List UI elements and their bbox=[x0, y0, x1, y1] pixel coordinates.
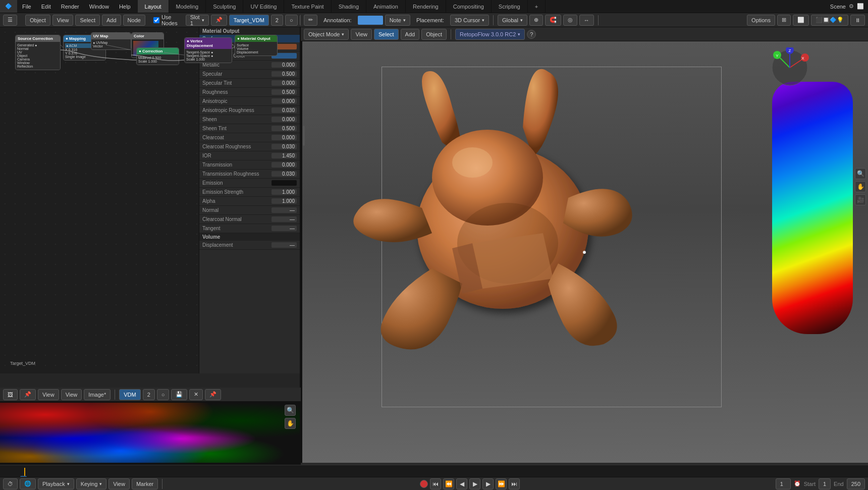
node-canvas[interactable]: Material Output Surface SubSurface Color… bbox=[0, 27, 300, 373]
menu-window[interactable]: Window bbox=[84, 0, 114, 13]
global-dropdown[interactable]: Global bbox=[498, 15, 527, 26]
circle-icon[interactable]: ○ bbox=[285, 15, 298, 26]
tab-modeling[interactable]: Modeling bbox=[169, 0, 206, 13]
slot-num-btn[interactable]: 2 bbox=[271, 15, 283, 26]
menu-edit[interactable]: Edit bbox=[36, 0, 56, 13]
mirror-icon[interactable]: ↔ bbox=[579, 15, 594, 26]
vdm-label-btn[interactable]: VDM bbox=[119, 389, 140, 400]
tab-scripting[interactable]: Scripting bbox=[492, 0, 528, 13]
current-frame-input[interactable]: 1 bbox=[776, 478, 791, 489]
end-frame-input[interactable]: 250 bbox=[847, 478, 865, 489]
marker-btn[interactable]: Marker bbox=[132, 478, 158, 489]
node-btn[interactable]: Node bbox=[123, 15, 145, 26]
use-nodes-toggle[interactable]: Use Nodes bbox=[153, 14, 178, 26]
save-img[interactable]: 💾 bbox=[171, 389, 187, 400]
snap-icon[interactable]: 🧲 bbox=[545, 15, 561, 26]
step-back-icon[interactable]: ⏪ bbox=[443, 478, 454, 489]
hand-icon[interactable]: ✋ bbox=[285, 418, 296, 429]
keying-dropdown[interactable]: Keying bbox=[76, 478, 107, 489]
options-btn[interactable]: Options bbox=[747, 15, 775, 26]
node-editor-type-btn[interactable]: ☰ bbox=[3, 15, 17, 26]
blender-logo[interactable]: 🔷 bbox=[0, 0, 17, 13]
nav-gizmo[interactable]: X Y Z bbox=[770, 47, 810, 88]
node-graph-area[interactable]: Source Correction Generated ● Normal UV … bbox=[5, 32, 199, 368]
pin-icon-3[interactable]: 📌 bbox=[205, 389, 221, 400]
scene-icon-timeline[interactable]: 🌐 bbox=[20, 478, 36, 489]
object-dropdown[interactable]: Object bbox=[25, 15, 50, 26]
image-btn[interactable]: Image* bbox=[84, 389, 111, 400]
select-btn-vp[interactable]: Select bbox=[374, 29, 399, 40]
tab-shading[interactable]: Shading bbox=[332, 0, 366, 13]
select-btn-node[interactable]: Select bbox=[75, 15, 100, 26]
view-btn-node[interactable]: View bbox=[52, 15, 74, 26]
use-nodes-checkbox[interactable] bbox=[153, 17, 159, 23]
node-correction[interactable]: ● Correction Midlevel 0.500 Scale 1.000 bbox=[136, 47, 179, 65]
timeline-type-icon[interactable]: ⏱ bbox=[3, 478, 18, 489]
tab-add[interactable]: + bbox=[528, 0, 546, 13]
tab-rendering[interactable]: Rendering bbox=[406, 0, 446, 13]
camera-view-icon[interactable]: 🎥 bbox=[855, 194, 866, 205]
view-btn-img[interactable]: View bbox=[38, 389, 59, 400]
pause-icon[interactable]: ⏸ bbox=[850, 15, 865, 26]
cursor-dropdown[interactable]: 3D Cursor bbox=[450, 15, 489, 26]
step-forward-icon[interactable]: ⏩ bbox=[496, 478, 507, 489]
node-vertex-displacement[interactable]: ● Vertex Displacement Tangent-Space ● Ta… bbox=[184, 37, 232, 63]
view-btn-timeline[interactable]: View bbox=[108, 478, 130, 489]
view-btn-img2[interactable]: View bbox=[61, 389, 82, 400]
tab-sculpting[interactable]: Sculpting bbox=[206, 0, 243, 13]
record-icon[interactable] bbox=[420, 480, 428, 488]
viewport-annotation-icon[interactable]: ✏ bbox=[304, 15, 317, 26]
menu-help[interactable]: Help bbox=[114, 0, 136, 13]
node-material-output[interactable]: ● Material Output Surface Volume Displac… bbox=[235, 35, 278, 56]
target-label-btn[interactable]: Target_VDM bbox=[229, 15, 269, 26]
node-source-correction[interactable]: Source Correction Generated ● Normal UV … bbox=[15, 35, 61, 70]
tab-uv-editing[interactable]: UV Editing bbox=[243, 0, 284, 13]
view-btn-vp[interactable]: View bbox=[351, 29, 372, 40]
node-uv-map[interactable]: UV Map ● UVMap Vector bbox=[91, 32, 131, 50]
transform-icon[interactable]: ⊕ bbox=[529, 15, 543, 26]
retopo-help-icon[interactable]: ? bbox=[527, 30, 536, 39]
tab-animation[interactable]: Animation bbox=[366, 0, 406, 13]
menu-render[interactable]: Render bbox=[56, 0, 84, 13]
top-right-icons: Scene ⚙ ⬜ bbox=[830, 3, 868, 10]
slot-num-img[interactable]: 2 bbox=[143, 389, 155, 400]
start-frame-input[interactable]: 1 bbox=[819, 478, 831, 489]
zoom-icon[interactable]: 🔍 bbox=[285, 405, 296, 416]
circle-img[interactable]: ○ bbox=[157, 389, 170, 400]
pin-icon[interactable]: 📌 bbox=[211, 15, 227, 26]
viewport-canvas[interactable]: X Y Z 🔍 ✋ 🎥 bbox=[301, 41, 868, 463]
add-btn-vp[interactable]: Add bbox=[401, 29, 420, 40]
tab-texture-paint[interactable]: Texture Paint bbox=[284, 0, 331, 13]
image-editor-type-btn[interactable]: 🖼 bbox=[3, 389, 18, 400]
tab-layout[interactable]: Layout bbox=[138, 0, 169, 13]
prev-key-icon[interactable]: ◀ bbox=[456, 478, 467, 489]
settings-icon[interactable]: ⚙ bbox=[849, 3, 854, 10]
pin-icon-2[interactable]: 📌 bbox=[20, 389, 36, 400]
viewport-shade-btns[interactable]: ⬛🔲🔷💡 bbox=[811, 15, 848, 26]
panel-split-line[interactable] bbox=[301, 41, 302, 463]
next-key-icon[interactable]: ▶ bbox=[482, 478, 494, 489]
image-canvas[interactable] bbox=[0, 403, 300, 463]
alpha-row: Alpha 1.000 bbox=[199, 197, 300, 206]
proportional-icon[interactable]: ◎ bbox=[563, 15, 577, 26]
skip-end-icon[interactable]: ⏭ bbox=[509, 478, 520, 489]
note-dropdown[interactable]: Note bbox=[385, 15, 410, 26]
retopo-dropdown[interactable]: RetopoFlow 3.0.0 RC2 bbox=[455, 29, 525, 40]
timeline-ruler[interactable]: 1 10 20 30 40 50 60 70 80 90 100 110 120… bbox=[0, 465, 868, 477]
skip-start-icon[interactable]: ⏮ bbox=[430, 478, 441, 489]
annotation-color-swatch[interactable] bbox=[358, 16, 383, 25]
object-mode-dropdown[interactable]: Object Mode bbox=[304, 29, 349, 40]
slot-dropdown[interactable]: Slot 1 bbox=[186, 15, 209, 26]
tab-compositing[interactable]: Compositing bbox=[446, 0, 492, 13]
zoom-tool-icon[interactable]: 🔍 bbox=[855, 168, 866, 179]
xray-icon[interactable]: ⬜ bbox=[793, 15, 809, 26]
menu-file[interactable]: File bbox=[17, 0, 36, 13]
object-btn-vp[interactable]: Object bbox=[421, 29, 447, 40]
overlay-icon[interactable]: ⊞ bbox=[777, 15, 791, 26]
x-icon[interactable]: ✕ bbox=[189, 389, 203, 400]
hand-tool-icon[interactable]: ✋ bbox=[855, 181, 866, 192]
playback-dropdown[interactable]: Playback bbox=[38, 478, 74, 489]
fullscreen-icon[interactable]: ⬜ bbox=[857, 3, 864, 10]
add-btn-node[interactable]: Add bbox=[102, 15, 121, 26]
play-btn[interactable]: ▶ bbox=[469, 478, 480, 489]
